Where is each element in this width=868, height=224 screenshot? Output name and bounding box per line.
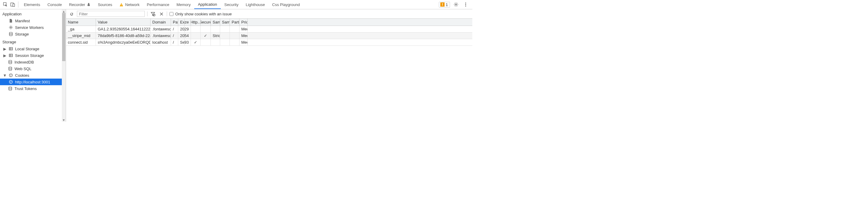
clear-all-icon[interactable]	[158, 11, 164, 17]
cell-partition	[230, 39, 240, 45]
scroll-up-icon[interactable]: ▴	[62, 9, 66, 13]
cell-samesite	[211, 39, 220, 45]
svg-point-28	[10, 81, 10, 82]
database-icon	[8, 60, 13, 65]
settings-icon[interactable]	[453, 2, 460, 7]
col-value[interactable]: Value	[96, 19, 151, 26]
svg-point-29	[11, 81, 12, 82]
sidebar-item-websql[interactable]: Web SQL	[0, 65, 66, 72]
col-httponly[interactable]: Http...	[191, 19, 200, 26]
sidebar-item-service-workers[interactable]: Service Workers	[0, 24, 66, 31]
sidebar-item-storage[interactable]: Storage	[0, 31, 66, 37]
col-secure[interactable]: Secure	[200, 19, 211, 26]
cell-value: GA1.2.935260554.1644112229	[96, 26, 151, 32]
database-icon	[8, 86, 13, 91]
svg-point-21	[9, 60, 12, 62]
clear-filtered-icon[interactable]	[150, 11, 156, 17]
col-domain[interactable]: Domain	[151, 19, 171, 26]
cell-samesite	[211, 26, 220, 32]
svg-point-7	[456, 4, 457, 5]
sidebar-item-trust-tokens[interactable]: Trust Tokens	[0, 85, 66, 92]
scrollbar-thumb[interactable]	[62, 13, 65, 61]
scroll-down-icon[interactable]: ▾	[62, 118, 66, 122]
cell-secure	[200, 39, 211, 45]
kebab-menu-icon[interactable]	[462, 2, 469, 7]
tab-recorder[interactable]: Recorder	[65, 0, 94, 9]
cell-size: 29	[185, 26, 191, 32]
sidebar-item-local-storage[interactable]: ▶ Local Storage	[0, 45, 66, 52]
inspect-element-icon[interactable]	[2, 0, 9, 9]
disclosure-triangle-icon[interactable]: ▼	[3, 73, 7, 78]
table-row[interactable]: __stripe_mid78da9bf5-8186-40d8-a59d-224a…	[66, 33, 472, 39]
tab-lighthouse[interactable]: Lighthouse	[242, 0, 269, 9]
sidebar-item-cookies-host[interactable]: http://localhost:3001	[0, 79, 66, 85]
cell-name: _ga	[66, 26, 96, 32]
application-sidebar: Application Manifest Service Workers	[0, 9, 66, 122]
svg-rect-4	[121, 5, 122, 6]
cell-expires: Se...	[178, 39, 185, 45]
cell-domain: localhost	[151, 39, 171, 45]
sidebar-item-session-storage[interactable]: ▶ Session Storage	[0, 52, 66, 59]
issues-chip[interactable]: 1	[439, 2, 450, 7]
tab-application[interactable]: Application	[194, 0, 221, 9]
cell-httponly: ✓	[191, 39, 200, 45]
cell-path: /	[171, 33, 178, 39]
tab-css-playground[interactable]: Css Playground	[269, 0, 303, 9]
tab-elements[interactable]: Elements	[20, 0, 44, 9]
issues-count: 1	[446, 2, 448, 7]
cookie-icon	[8, 73, 13, 78]
flask-icon	[87, 3, 91, 6]
sidebar-item-manifest[interactable]: Manifest	[0, 17, 66, 24]
disclosure-triangle-icon[interactable]: ▶	[3, 47, 7, 51]
cookies-grid: Name Value Domain Path Ex.. Size Http...…	[66, 19, 472, 122]
cell-value: 78da9bf5-8186-40d8-a59d-224ae49ef747426.…	[96, 33, 151, 39]
svg-rect-17	[9, 54, 13, 57]
tab-network[interactable]: Network	[116, 0, 143, 9]
cell-name: connect.sid	[66, 39, 96, 45]
col-path[interactable]: Path	[171, 19, 178, 26]
svg-point-11	[10, 27, 11, 28]
svg-rect-6	[442, 5, 443, 6]
svg-point-27	[9, 80, 12, 83]
sidebar-item-indexeddb[interactable]: IndexedDB	[0, 59, 66, 65]
sidebar-item-cookies[interactable]: ▼ Cookies	[0, 72, 66, 79]
tab-performance[interactable]: Performance	[143, 0, 173, 9]
only-issues-checkbox[interactable]: Only show cookies with an issue	[169, 12, 231, 16]
svg-point-10	[465, 6, 466, 7]
svg-rect-5	[442, 3, 443, 5]
cookie-icon	[8, 79, 13, 84]
tab-sources[interactable]: Sources	[94, 0, 116, 9]
grid-header-row: Name Value Domain Path Ex.. Size Http...…	[66, 19, 472, 26]
cell-expires: 20...	[178, 33, 185, 39]
refresh-icon[interactable]	[68, 11, 74, 17]
separator	[18, 1, 19, 7]
col-size[interactable]: Size	[185, 19, 191, 26]
col-name[interactable]: Name	[66, 19, 96, 26]
col-sameparty[interactable]: Same..	[220, 19, 230, 26]
cell-secure: ✓	[200, 33, 211, 39]
disclosure-triangle-icon[interactable]: ▶	[3, 53, 7, 58]
device-toggle-icon[interactable]	[9, 0, 16, 9]
only-issues-input[interactable]	[169, 12, 174, 16]
svg-point-24	[10, 74, 10, 75]
tab-security[interactable]: Security	[221, 0, 242, 9]
cookies-toolbar: Only show cookies with an issue	[66, 9, 472, 19]
cell-samesite: Strict	[211, 33, 220, 39]
svg-point-23	[9, 74, 12, 77]
tab-console[interactable]: Console	[44, 0, 65, 9]
svg-rect-13	[9, 47, 13, 50]
svg-point-26	[10, 76, 11, 76]
tab-memory[interactable]: Memory	[173, 0, 194, 9]
sidebar-scrollbar[interactable]: ▴ ▾	[62, 9, 66, 122]
warning-icon	[119, 3, 123, 7]
col-expires[interactable]: Ex..	[178, 19, 185, 26]
col-priority[interactable]: Prio...	[240, 19, 248, 26]
cell-size: 54	[185, 33, 191, 39]
filter-input[interactable]	[77, 11, 145, 17]
table-row[interactable]: connect.sids%3Angdmbczya0eEeEORQDKtdC7kh…	[66, 39, 472, 46]
table-row[interactable]: _gaGA1.2.935260554.1644112229.fontawesom…	[66, 26, 472, 33]
col-samesite[interactable]: Same..	[211, 19, 220, 26]
svg-point-8	[465, 3, 466, 4]
col-partition[interactable]: Partit...	[230, 19, 240, 26]
svg-point-9	[465, 4, 466, 5]
